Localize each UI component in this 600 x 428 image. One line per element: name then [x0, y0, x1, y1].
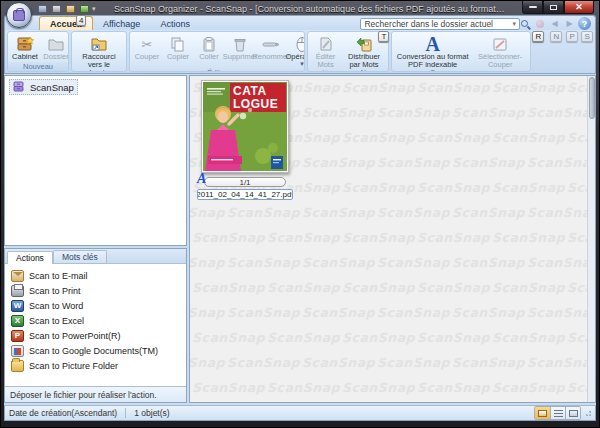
- sort-order-label: Date de création(Ascendant): [9, 408, 117, 418]
- action-scan-to-word[interactable]: W Scan to Word: [7, 298, 184, 313]
- watermark-text: ScanSnap: [227, 355, 300, 370]
- tag-distribute-icon: [355, 35, 373, 53]
- dropdown-arrow-icon: ▼: [299, 61, 305, 67]
- search-history-dropdown-icon[interactable]: ▾: [512, 20, 516, 28]
- minimize-button[interactable]: [522, 1, 543, 14]
- tab-actions[interactable]: Actions: [150, 17, 200, 30]
- watermark-text: ScanSnap: [452, 155, 525, 170]
- watermark-text: ScanSnap: [527, 155, 595, 170]
- action-scan-to-email[interactable]: Scan to E-mail: [7, 268, 184, 283]
- cabinet-button[interactable]: Cabinet: [10, 33, 40, 62]
- help-button[interactable]: ?: [578, 17, 591, 30]
- watermark-text: ScanSnap: [377, 305, 450, 320]
- watermark-text: ScanSnap: [302, 205, 375, 220]
- organizer-logo-icon: [13, 10, 25, 21]
- page-indicator: 1/1: [204, 177, 286, 187]
- copier-button[interactable]: Copier: [163, 33, 193, 68]
- watermark-text: ScanSnap: [377, 105, 450, 120]
- watermark-text: ScanSnap: [190, 305, 225, 320]
- ribbon-tab-row: Accueil Affichage Actions ▾ ◀ ▶ ? T R N …: [4, 15, 596, 30]
- watermark-text: ScanSnap: [492, 130, 565, 145]
- file-list-area[interactable]: ScanSnapScanSnapScanSnapScanSnapScanSnap…: [189, 75, 596, 403]
- previous-result-button[interactable]: ◀: [548, 18, 561, 30]
- watermark-text: ScanSnap: [302, 355, 375, 370]
- watermark-text: ScanSnap: [342, 130, 415, 145]
- powerpoint-icon: P: [11, 330, 24, 342]
- actions-panel-tabs: Actions Mots clés: [5, 249, 186, 264]
- maximize-icon: [550, 5, 557, 10]
- prev-keytip: P: [566, 31, 577, 42]
- email-icon: [11, 270, 24, 282]
- next-icon: ▶: [566, 20, 572, 28]
- word-icon: W: [11, 300, 24, 312]
- action-scan-to-print[interactable]: Scan to Print: [7, 283, 184, 298]
- watermark-text: ScanSnap: [452, 105, 525, 120]
- office-button[interactable]: [6, 2, 32, 28]
- scrollbar-thumb[interactable]: [589, 77, 595, 119]
- qat-dropdown-icon[interactable]: ▾: [92, 5, 96, 12]
- action-scan-to-picture-folder[interactable]: Scan to Picture Folder: [7, 358, 184, 373]
- conversion-pdf-button[interactable]: A Conversion au format PDF indexable ▼: [394, 33, 471, 72]
- coller-button[interactable]: Coller: [194, 33, 224, 68]
- watermark-text: ScanSnap: [527, 305, 595, 320]
- watermark-text: ScanSnap: [377, 155, 450, 170]
- stop-keytip: N: [550, 31, 562, 42]
- close-button[interactable]: ✕: [564, 1, 594, 14]
- trash-icon: [233, 35, 247, 53]
- group-nouveau: Cabinet Dossier Nouveau: [7, 31, 69, 72]
- maximize-button[interactable]: [543, 1, 564, 14]
- qat-keytip: 4: [76, 15, 86, 26]
- tab-actions-list[interactable]: Actions: [7, 251, 53, 264]
- operation-button[interactable]: Opération ▼: [287, 33, 305, 68]
- editer-mots-cles-button[interactable]: Éditer Mots clés: [310, 33, 341, 72]
- thumbnail-view-button[interactable]: [535, 407, 550, 419]
- view-switcher: [534, 406, 581, 420]
- qat-window-button[interactable]: [36, 3, 48, 14]
- qat-print-button[interactable]: [50, 3, 62, 14]
- pdf-thumbnail[interactable]: CATA LOGUE: [201, 80, 289, 173]
- watermark-text: ScanSnap: [452, 205, 525, 220]
- resize-grip[interactable]: [584, 409, 593, 418]
- list-view-icon: [554, 410, 563, 417]
- next-keytip: S: [581, 31, 592, 42]
- action-scan-to-google-docs[interactable]: Scan to Google Documents(TM): [7, 343, 184, 358]
- watermark-text: ScanSnap: [417, 180, 490, 195]
- group-caption-editer: Éditer: [130, 68, 304, 72]
- shortcut-to-folder-button[interactable]: Raccourci vers le dossier ▼: [74, 33, 124, 72]
- action-scan-to-powerpoint[interactable]: P Scan to PowerPoint(R): [7, 328, 184, 343]
- stop-search-button[interactable]: [533, 18, 546, 30]
- renommer-button[interactable]: Renommer: [256, 33, 286, 68]
- search-input[interactable]: [360, 18, 520, 30]
- cabinet-icon: [16, 35, 34, 53]
- next-result-button[interactable]: ▶: [563, 18, 576, 30]
- qat-home-button[interactable]: [64, 3, 76, 14]
- details-view-button[interactable]: [565, 407, 580, 419]
- content-scrollbar[interactable]: [587, 76, 595, 402]
- dossier-button[interactable]: Dossier: [41, 33, 69, 62]
- watermark-text: ScanSnap: [492, 380, 565, 395]
- file-name[interactable]: 2011_02_04_14_41_27.pdf: [197, 189, 293, 200]
- tab-affichage[interactable]: Affichage: [93, 17, 150, 30]
- tree-item-scansnap[interactable]: ScanSnap: [9, 79, 78, 95]
- watermark-text: ScanSnap: [492, 230, 565, 245]
- watermark-text: ScanSnap: [527, 205, 595, 220]
- file-item[interactable]: CATA LOGUE: [197, 80, 293, 200]
- watermark-text: ScanSnap: [267, 280, 340, 295]
- supprimer-button[interactable]: Supprimer: [225, 33, 255, 68]
- actions-footer: Déposer le fichier pour réaliser l'actio…: [5, 386, 186, 402]
- search-button[interactable]: [518, 18, 531, 30]
- app-window: ▾ 4 ScanSnap Organizer - ScanSnap - [Con…: [0, 0, 600, 428]
- watermark-text: ScanSnap: [452, 355, 525, 370]
- workspace: ScanSnap Actions Mots clés Scan to E-mai…: [4, 74, 596, 405]
- ribbon: Cabinet Dossier Nouveau Raccourci vers l…: [4, 30, 596, 74]
- list-view-button[interactable]: [550, 407, 565, 419]
- watermark-text: ScanSnap: [302, 105, 375, 120]
- qat-scan-button[interactable]: [78, 3, 90, 14]
- watermark-text: ScanSnap: [190, 255, 225, 270]
- window-controls: ✕: [522, 1, 594, 14]
- action-scan-to-excel[interactable]: X Scan to Excel: [7, 313, 184, 328]
- help-icon: ?: [582, 19, 588, 29]
- tab-mots-cles[interactable]: Mots clés: [53, 250, 107, 263]
- selectionner-couper-button[interactable]: Sélectionner-Couper: [472, 33, 528, 72]
- couper-button[interactable]: ✂ Couper: [132, 33, 162, 68]
